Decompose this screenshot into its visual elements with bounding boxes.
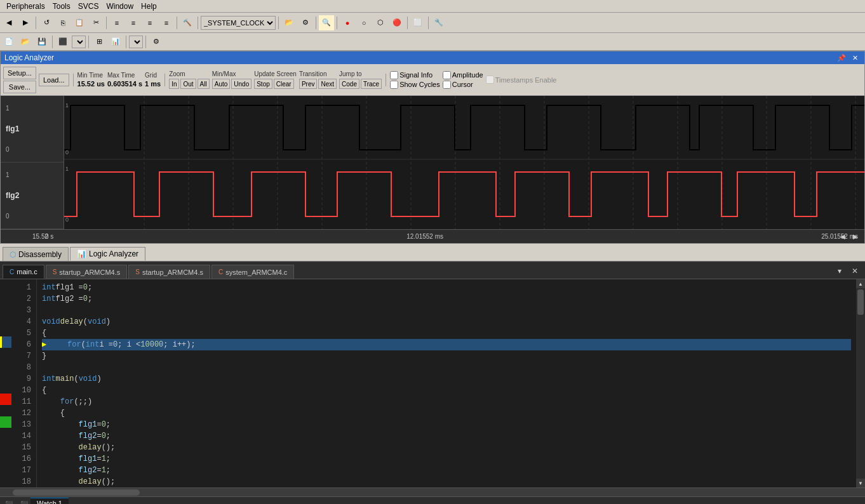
bottom-tab-watch1[interactable]: Watch 1 [30,498,69,505]
la-zoom-in-btn[interactable]: In [169,79,179,89]
menu-bar: Peripherals Tools SVCS Window Help [0,0,865,13]
code-line-18: delay(); [42,476,851,487]
la-checkboxes-section: Signal Info Show Cycles [390,71,440,89]
menu-window[interactable]: Window [102,1,137,11]
flg1-name: flg1 [6,124,58,133]
tb-window-toggle[interactable]: ⬜ [410,15,426,30]
menu-peripherals[interactable]: Peripherals [3,1,49,11]
la-undo-btn[interactable]: Undo [231,79,251,89]
scroll-thumb[interactable] [857,289,864,315]
horizontal-scrollbar[interactable] [0,487,865,496]
la-minmax-label: Min/Max [212,70,251,77]
svg-rect-0 [64,96,864,229]
tb-align-left[interactable]: ≡ [109,15,124,30]
right-scrollbar[interactable]: ▲ ▼ [856,279,865,487]
file-tab-startup2[interactable]: S startup_ARMCM4.s [128,265,210,279]
tb2-save[interactable]: 💾 [34,34,50,50]
signal-info-checkbox[interactable] [390,71,398,79]
flg2-high: 1 [6,171,58,178]
tb-align-justify[interactable]: ≡ [159,15,174,30]
bottom-icon: ⬛ [0,501,18,504]
system-clock-select[interactable]: _SYSTEM_CLOCK [201,16,276,30]
tb-paste[interactable]: 📋 [72,15,87,30]
tb-back[interactable]: ◀ [1,15,17,30]
tb-settings-gear[interactable]: ⚙ [298,15,313,30]
tb-run-red[interactable]: ● [340,15,355,30]
menu-help[interactable]: Help [137,1,161,11]
timeline-nav-right[interactable]: ▶ [853,233,858,240]
la-toolbar: Setup... Save... Load... Min Time 15.52 … [1,64,864,96]
left-indicator-bar [0,279,11,487]
tb-run-circle[interactable]: ○ [356,15,372,30]
editor-dropdown-btn[interactable]: ▾ [832,263,847,279]
cursor-checkbox[interactable] [443,81,451,89]
logic-analyzer-tab-icon: 📊 [77,249,86,258]
la-setup-btn[interactable]: Setup... [3,67,36,79]
tb-cut[interactable]: ✂ [88,15,104,30]
tb2-new[interactable]: 📄 [1,34,17,50]
tb-search[interactable]: 🔍 [319,15,334,30]
toolbar-main: ◀ ▶ ↺ ⎘ 📋 ✂ ≡ ≡ ≡ ≡ 🔨 _SYSTEM_CLOCK 📂 ⚙ … [0,13,865,33]
tb2-dropdown2[interactable] [129,36,143,48]
signal-info-label: Signal Info [399,71,433,79]
indicator-7 [0,348,11,359]
la-load-btn[interactable]: Load... [39,74,69,86]
tb-debug-red2[interactable]: 🔴 [389,15,405,30]
h-scroll-thumb[interactable] [13,489,140,496]
tb2-settings[interactable]: ⚙ [149,34,164,50]
la-grid-section: Grid 1 ms [145,72,161,88]
la-stop-btn[interactable]: Stop [254,79,272,89]
tab-logic-analyzer-label: Logic Analyzer [89,249,138,258]
editor-close-btn[interactable]: ✕ [847,263,862,279]
menu-svcs[interactable]: SVCS [74,1,103,11]
amplitude-checkbox[interactable] [443,71,451,79]
tb-step[interactable]: ⬡ [373,15,388,30]
tb-wrench[interactable]: 🔧 [431,15,446,30]
timestamps-checkbox[interactable] [486,76,494,84]
code-line-7: } [42,350,851,362]
execution-arrow: ▶ [42,339,46,350]
la-prev-btn[interactable]: Prev [299,79,318,89]
file-tab-startup1[interactable]: S startup_ARMCM4.s [46,265,128,279]
la-pin-button[interactable]: 📌 [835,54,848,62]
la-zoom-out-btn[interactable]: Out [180,79,196,89]
show-cycles-checkbox[interactable] [390,81,398,89]
la-save-btn[interactable]: Save... [3,81,36,93]
tb2-open[interactable]: 📂 [18,34,33,50]
timeline-nav-left[interactable]: ◀ [840,233,845,240]
menu-tools[interactable]: Tools [49,1,74,11]
tb-reset[interactable]: ↺ [39,15,54,30]
tb-align-right[interactable]: ≡ [142,15,158,30]
scroll-up-btn[interactable]: ▲ [856,279,865,288]
waveform-area: 1 flg1 0 1 flg2 0 [1,96,864,229]
la-clear-btn[interactable]: Clear [274,79,294,89]
code-line-6: ▶ for (int i = 0; i < 10000; i++); [42,339,851,350]
tb2-b2[interactable]: 📊 [108,34,123,50]
tb2-dropdown[interactable] [72,36,86,48]
tb-build[interactable]: 🔨 [180,15,195,30]
tb2-grid[interactable]: ⊞ [91,34,107,50]
la-grid-label: Grid [145,72,161,79]
tb-align-center[interactable]: ≡ [126,15,141,30]
la-auto-btn[interactable]: Auto [212,79,231,89]
waveform-canvas[interactable]: 0 1 0 1 [64,96,864,229]
svg-text:0: 0 [65,149,69,156]
tab-disassembly[interactable]: ⬡ Disassembly [3,247,69,261]
file-tab-main-c[interactable]: C main.c [3,265,44,279]
tab-logic-analyzer[interactable]: 📊 Logic Analyzer [70,247,145,261]
flg2-name: flg2 [6,191,58,200]
la-trace-btn[interactable]: Trace [361,79,382,89]
la-close-button[interactable]: ✕ [850,54,861,62]
code-content: 1234 5678 9101112 13141516 17181920 int … [0,279,865,487]
scroll-down-btn[interactable]: ▼ [856,479,865,487]
code-editor[interactable]: int flg1 = 0; int flg2 = 0; void delay(v… [37,279,856,487]
indicator-1 [0,279,11,291]
file-tab-system[interactable]: C system_ARMCM4.c [211,265,294,279]
la-code-btn[interactable]: Code [339,79,359,89]
tb-open-file[interactable]: 📂 [281,15,297,30]
tb-forward[interactable]: ▶ [18,15,33,30]
la-zoom-all-btn[interactable]: All [198,79,210,89]
la-next-btn[interactable]: Next [318,79,337,89]
tb2-b1[interactable]: ⬛ [55,34,70,50]
tb-copy[interactable]: ⎘ [55,15,70,30]
